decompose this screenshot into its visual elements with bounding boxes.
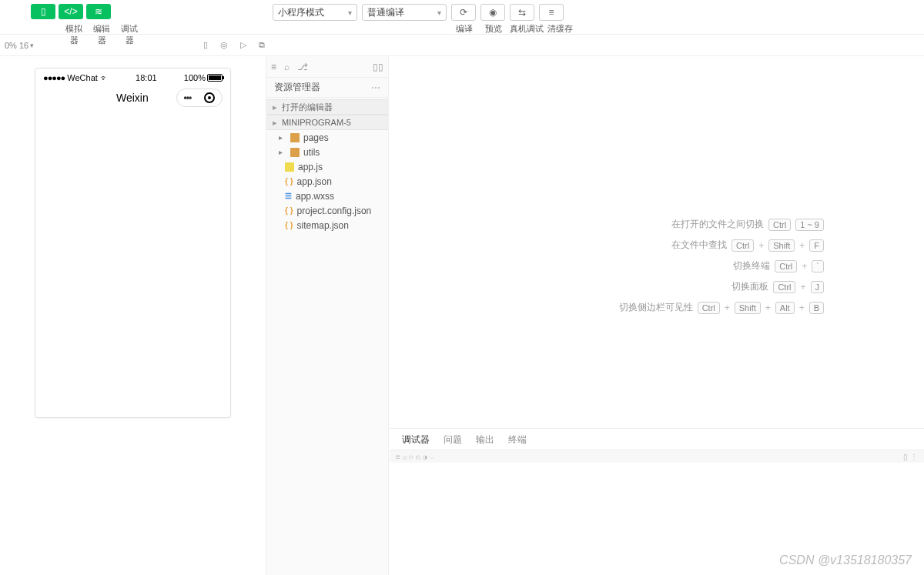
app-title: Weixin [116,92,149,104]
project-section[interactable]: ▸ MINIPROGRAM-5 [266,115,388,130]
chevron-down-icon: ▾ [348,8,352,17]
key-badge: F [809,239,824,252]
mode-dropdown-label: 小程序模式 [278,6,324,19]
plus-separator: + [725,303,730,313]
chevron-right-icon: ▸ [279,133,286,142]
record-icon[interactable]: ◎ [220,40,228,50]
simulator-navbar: Weixin ••• [35,84,230,112]
tree-item-file[interactable]: { } project.config.json [266,203,388,218]
shortcut-row: 在打开的文件之间切换 Ctrl 1 ~ 9 [619,218,824,231]
shortcut-label: 切换面板 [732,280,768,293]
copy-icon[interactable]: ⧉ [259,40,265,50]
bottom-panel: 调试器 问题 输出 终端 ≡ ⌕ ⟳ ⎌ ◑ ⋯ ▯ ⋮ [390,428,924,463]
tab-debugger[interactable]: 调试器 [402,433,430,446]
mode-dropdown[interactable]: 小程序模式 ▾ [273,4,357,21]
simulator-status-bar-top: ●●●●● WeChat ᯤ 18:01 100% [35,69,230,84]
js-file-icon [285,162,294,172]
view-switcher: ▯ </> ≋ [31,4,111,19]
tree-item-file[interactable]: app.js [266,159,388,174]
bug-icon: ≋ [95,6,102,17]
zoom-value: 0% 16 [5,41,28,50]
key-badge: B [809,302,824,314]
plus-separator: + [800,282,805,293]
tree-item-label: app.json [297,176,332,187]
battery-pct: 100% [184,73,206,82]
shortcut-label: 在文件中查找 [671,239,727,252]
device-icon[interactable]: ▯ [203,40,208,50]
tree-item-label: pages [303,132,329,143]
shortcut-row: 在文件中查找 Ctrl + Shift + F [619,239,824,252]
mute-icon[interactable]: ▷ [240,40,246,50]
plus-separator: + [799,303,805,313]
open-editors-section[interactable]: ▸ 打开的编辑器 [266,99,388,115]
wxss-file-icon: ☰ [285,192,292,200]
layers-icon: ≡ [548,7,554,18]
signal-icon: ●●●●● [43,73,65,82]
tree-item-label: sitemap.json [297,220,349,231]
tree-item-folder[interactable]: ▸ pages [266,130,388,145]
project-label: MINIPROGRAM-5 [282,118,351,127]
more-icon: ••• [184,92,192,103]
capsule-button[interactable]: ••• [176,89,223,107]
tree-item-file[interactable]: { } sitemap.json [266,218,388,232]
editor-tab-button[interactable]: </> [59,4,83,19]
bottom-panel-tabs: 调试器 问题 输出 终端 [390,429,924,450]
more-icon[interactable]: ⋯ [371,82,380,93]
shortcut-label: 切换侧边栏可见性 [619,301,693,314]
simulator-tab-button[interactable]: ▯ [31,4,55,19]
key-badge: J [811,281,825,293]
simulator-tab-label: 模拟器 [62,23,86,46]
devtools-icons[interactable]: ≡ ⌕ ⟳ ⎌ ◑ ⋯ [396,453,434,461]
editor-tab-label: 编辑器 [89,23,114,46]
tab-terminal[interactable]: 终端 [508,433,527,446]
preview-button[interactable]: ◉ [480,4,505,21]
preview-label: 预览 [479,23,508,35]
chevron-right-icon: ▸ [273,118,282,128]
code-icon: </> [64,6,77,17]
shortcut-row: 切换面板 Ctrl + J [619,280,824,293]
compile-dropdown[interactable]: 普通编译 ▾ [362,4,447,21]
zoom-indicator[interactable]: 0% 16 ▾ [5,41,34,50]
folder-icon [290,133,300,142]
key-badge: Alt [775,302,795,314]
remote-debug-label: 真机调试 [508,23,545,35]
key-badge: Ctrl [732,239,754,252]
tab-problems[interactable]: 问题 [444,433,462,446]
open-editors-label: 打开的编辑器 [282,102,333,113]
key-badge: Ctrl [768,219,791,231]
list-icon[interactable]: ≡ [271,62,276,72]
tab-output[interactable]: 输出 [476,433,494,446]
shortcut-label: 切换终端 [733,259,770,272]
compile-icon: ⟳ [460,7,467,18]
top-toolbar: ▯ </> ≋ 模拟器 编辑器 调试器 小程序模式 ▾ 普通编译 ▾ ⟳ ◉ ⇆… [0,0,924,35]
key-badge: Ctrl [773,281,795,293]
debugger-tab-button[interactable]: ≋ [86,4,111,19]
chevron-right-icon: ▸ [279,148,286,156]
json-file-icon: { } [285,221,293,229]
debugger-sub-toolbar: ≡ ⌕ ⟳ ⎌ ◑ ⋯ ▯ ⋮ [390,450,924,463]
search-icon[interactable]: ⌕ [284,62,290,72]
simulator-frame: ●●●●● WeChat ᯤ 18:01 100% Weixin ••• [35,68,231,418]
eye-icon: ◉ [489,7,497,18]
plus-separator: + [799,240,805,251]
tree-item-label: utils [303,147,320,158]
tree-item-label: app.js [298,162,323,172]
split-editor-icon[interactable]: ▯▯ [373,62,383,72]
tree-item-label: project.config.json [297,206,372,216]
shortcut-row: 切换终端 Ctrl + ` [619,259,824,272]
simulator-pane: ●●●●● WeChat ᯤ 18:01 100% Weixin ••• [0,56,266,575]
view-switcher-labels: 模拟器 编辑器 调试器 [62,23,142,46]
remote-debug-button[interactable]: ⇆ [510,4,534,21]
json-file-icon: { } [285,206,293,215]
debugger-extra-icons[interactable]: ▯ ⋮ [903,453,918,461]
branch-icon[interactable]: ⎇ [297,62,308,72]
explorer-toolbar: ≡ ⌕ ⎇ ▯▯ [266,56,388,78]
tree-item-file[interactable]: { } app.json [266,174,388,189]
compile-button[interactable]: ⟳ [451,4,476,21]
chevron-right-icon: ▸ [273,102,282,112]
clear-cache-button[interactable]: ≡ [539,4,564,21]
key-badge: Ctrl [775,260,797,272]
editor-pane: 在打开的文件之间切换 Ctrl 1 ~ 9 在文件中查找 Ctrl + Shif… [389,56,924,575]
tree-item-file[interactable]: ☰ app.wxss [266,189,388,203]
tree-item-folder[interactable]: ▸ utils [266,145,388,159]
